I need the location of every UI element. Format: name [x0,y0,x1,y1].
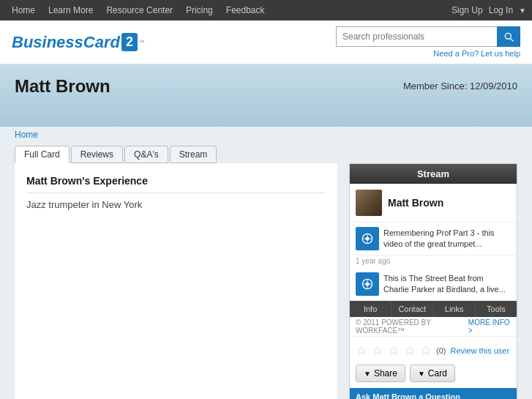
tab-reviews[interactable]: Reviews [71,146,123,163]
stream-item: Remembering Prof Part 3 - this video of … [350,223,517,256]
login-dropdown-icon[interactable]: ▼ [519,7,526,15]
logo[interactable]: BusinessCard 2 ™ [12,33,145,52]
stream-tab-tools[interactable]: Tools [476,301,517,317]
search-bar [336,26,520,47]
stream-tab-links[interactable]: Links [434,301,476,317]
avatar [356,190,382,216]
share-button[interactable]: ▼ Share [356,365,405,382]
star-4[interactable]: ☆ [404,343,416,359]
logo-trademark: ™ [138,39,145,46]
card-arrow-icon: ▼ [418,370,425,378]
site-header: BusinessCard 2 ™ Need a Pro? Let us help [0,20,532,64]
stream-user-name: Matt Brown [388,197,443,209]
stream-item-time: 1 year ago [350,256,517,268]
nav-sign-up[interactable]: Sign Up [452,5,483,15]
nav-links-left: Home Learn More Resource Center Pricing … [6,2,271,18]
action-buttons: ▼ Share ▼ Card [350,365,517,388]
stream-tab-contact[interactable]: Contact [391,301,433,317]
logo-text: BusinessCard [12,33,120,52]
stream-user-info: Matt Brown [350,184,517,223]
avatar-image [356,190,382,216]
profile-banner: Matt Brown Member Since: 12/09/2010 [0,64,532,127]
star-1[interactable]: ☆ [356,343,367,359]
card-button[interactable]: ▼ Card [410,365,455,382]
nav-feedback[interactable]: Feedback [220,2,271,18]
stream-thumb-1 [356,227,379,250]
rating-area: ☆ ☆ ☆ ☆ ☆ (0) Review this user [350,336,517,365]
logo-number: 2 [121,33,138,51]
music-icon-2 [360,277,375,291]
stream-item-text-2: This is The Street Beat from Charlie Par… [383,272,511,295]
nav-resource-center[interactable]: Resource Center [100,2,179,18]
stream-panel: Stream Matt Brown Remembering Prof P [349,163,517,399]
nav-log-in[interactable]: Log In [489,5,513,15]
star-3[interactable]: ☆ [388,343,400,359]
tab-stream[interactable]: Stream [170,146,217,163]
music-icon [360,231,375,246]
search-area: Need a Pro? Let us help [336,26,520,58]
breadcrumb[interactable]: Home [0,127,532,143]
profile-content: Matt Brown's Experience Jazz trumpeter i… [15,163,337,399]
nav-pricing[interactable]: Pricing [180,2,219,18]
tab-full-card[interactable]: Full Card [15,146,70,163]
star-2[interactable]: ☆ [372,343,383,359]
powered-text: © 2011 POWERED BY WORKFACE™ [356,318,468,335]
search-icon [503,31,514,42]
nav-learn-more[interactable]: Learn More [42,2,99,18]
stream-item-2: This is The Street Beat from Charlie Par… [350,268,517,301]
top-navigation: Home Learn More Resource Center Pricing … [0,0,532,20]
stream-item-text: Remembering Prof Part 3 - this video of … [383,227,511,250]
help-link[interactable]: Need a Pro? Let us help [433,49,520,58]
search-input[interactable] [336,26,497,47]
star-5[interactable]: ☆ [420,343,432,359]
profile-name: Matt Brown [15,76,110,97]
stream-tab-info[interactable]: Info [350,301,391,317]
share-label: Share [374,368,397,379]
powered-by: © 2011 POWERED BY WORKFACE™ MORE INFO > [350,317,517,336]
review-link[interactable]: Review this user [450,346,509,355]
ask-label: Ask Matt Brown a Question [356,392,511,399]
rating-count: (0) [436,346,446,355]
stream-navigation-tabs: Info Contact Links Tools [350,301,517,317]
share-arrow-icon: ▼ [364,370,371,378]
experience-heading: Matt Brown's Experience [26,175,326,193]
member-since: Member Since: 12/09/2010 [403,76,517,92]
more-info-link[interactable]: MORE INFO > [468,318,511,335]
ask-question-section: Ask Matt Brown a Question [350,388,517,399]
tab-qna[interactable]: Q&A's [124,146,168,163]
card-label: Card [428,368,447,379]
stream-items: Remembering Prof Part 3 - this video of … [350,223,517,301]
search-button[interactable] [497,26,520,47]
main-content: Matt Brown's Experience Jazz trumpeter i… [0,163,532,399]
stream-header: Stream [350,164,517,184]
stream-thumb-2 [356,272,379,296]
profile-tabs: Full Card Reviews Q&A's Stream [0,143,532,163]
nav-home[interactable]: Home [6,2,41,18]
experience-description: Jazz trumpeter in New York [26,199,326,210]
nav-links-right: Sign Up Log In ▼ [452,5,526,15]
